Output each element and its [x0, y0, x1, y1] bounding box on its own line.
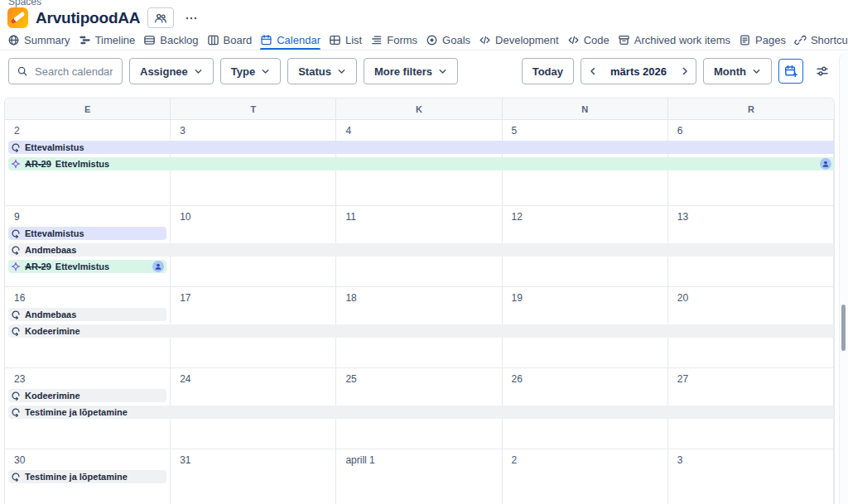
- table-icon: [329, 34, 341, 46]
- sprint-icon: [11, 245, 21, 255]
- event-epic-bar[interactable]: AR-29 Ettevlmistus: [8, 260, 166, 273]
- tab-backlog[interactable]: Backlog: [143, 30, 198, 50]
- day-cell[interactable]: 2: [503, 449, 668, 504]
- more-filters-button[interactable]: More filters: [364, 58, 458, 84]
- event-epic-bar[interactable]: AR-29 Ettevlmistus: [8, 157, 834, 170]
- tab-board[interactable]: Board: [207, 30, 253, 50]
- today-button[interactable]: Today: [522, 58, 574, 84]
- tab-pages[interactable]: Pages: [739, 30, 786, 50]
- day-cell[interactable]: 31: [171, 449, 336, 504]
- event-sprint-bar[interactable]: Testimine ja lõpetamine: [8, 470, 166, 483]
- tab-code[interactable]: Code: [567, 30, 610, 50]
- dow-thursday: N: [503, 98, 668, 119]
- page-title: ArvutipoodAA: [36, 9, 140, 27]
- current-period-label: märts 2026: [604, 65, 673, 78]
- assignee-filter-button[interactable]: Assignee: [129, 58, 214, 84]
- chevron-down-icon: [194, 67, 203, 76]
- calendar-grid: E T K N R 2 3 4 5 6 Ettevalmistus AR-29 …: [4, 98, 835, 504]
- epic-icon: [11, 262, 21, 271]
- week-row: 9 10 11 12 13 Ettevalmistus Andmebaas AR…: [5, 206, 834, 287]
- previous-month-button[interactable]: [581, 59, 604, 84]
- scrollbar-thumb[interactable]: [841, 305, 846, 351]
- sliders-icon: [816, 65, 829, 78]
- tab-development[interactable]: Development: [479, 30, 559, 50]
- view-select-button[interactable]: Month: [703, 58, 772, 84]
- tab-summary[interactable]: Summary: [7, 30, 70, 50]
- board-icon: [207, 34, 219, 46]
- pages-icon: [739, 34, 751, 46]
- dow-wednesday: K: [336, 98, 502, 119]
- people-icon: [154, 12, 167, 25]
- chevron-left-icon: [588, 66, 598, 76]
- search-input[interactable]: [33, 65, 114, 79]
- more-options-button[interactable]: [181, 12, 201, 25]
- epic-icon: [11, 159, 21, 169]
- code-icon: [479, 34, 491, 46]
- week-row: 30 31 aprill 1 2 3 Testimine ja lõpetami…: [5, 449, 834, 504]
- tab-calendar[interactable]: Calendar: [260, 30, 320, 50]
- project-avatar-icon: [7, 7, 28, 28]
- sprint-icon: [11, 407, 21, 417]
- tab-archived-work-items[interactable]: Archived work items: [618, 30, 730, 50]
- tab-goals[interactable]: Goals: [426, 30, 470, 50]
- calendar-view-toggle-button[interactable]: [778, 59, 803, 84]
- chevron-down-icon: [261, 67, 270, 76]
- globe-icon: [7, 34, 20, 46]
- event-sprint-bar[interactable]: Kodeerimine: [8, 324, 834, 338]
- type-filter-button[interactable]: Type: [220, 58, 281, 84]
- sprint-icon: [11, 142, 21, 152]
- week-row: 23 24 25 26 27 Kodeerimine Testimine ja …: [5, 368, 834, 449]
- target-icon: [426, 34, 438, 46]
- sprint-icon: [11, 310, 21, 319]
- teams-button[interactable]: [147, 7, 174, 28]
- code-icon: [567, 34, 580, 46]
- chevron-down-icon: [337, 67, 346, 76]
- day-cell[interactable]: 3: [668, 449, 834, 504]
- search-icon: [17, 65, 28, 77]
- archive-icon: [618, 34, 630, 46]
- search-field[interactable]: [8, 58, 123, 84]
- sprint-icon: [11, 472, 21, 482]
- forms-icon: [370, 34, 383, 46]
- assignee-avatar: [820, 158, 831, 170]
- breadcrumb[interactable]: Spaces: [8, 0, 41, 7]
- ellipsis-icon: [185, 12, 198, 25]
- project-header: ArvutipoodAA: [7, 7, 201, 28]
- status-filter-button[interactable]: Status: [287, 58, 357, 84]
- tab-timeline[interactable]: Timeline: [79, 30, 136, 50]
- view-settings-button[interactable]: [810, 59, 835, 84]
- timeline-icon: [79, 34, 91, 46]
- event-sprint-bar[interactable]: Testimine ja lõpetamine: [8, 406, 834, 419]
- chevron-down-icon: [438, 67, 447, 76]
- day-cell[interactable]: aprill 1: [336, 449, 502, 504]
- scrollbar-track: [839, 53, 848, 504]
- event-sprint-bar[interactable]: Andmebaas: [8, 243, 834, 257]
- assignee-avatar: [152, 261, 164, 272]
- dow-friday: R: [668, 98, 834, 119]
- event-sprint-bar[interactable]: Ettevalmistus: [8, 227, 166, 240]
- link-icon: [794, 34, 807, 46]
- week-row: 16 17 18 19 20 Andmebaas Kodeerimine: [5, 287, 834, 368]
- dow-tuesday: T: [171, 98, 336, 119]
- event-sprint-bar[interactable]: Kodeerimine: [8, 389, 166, 402]
- person-icon: [822, 160, 830, 168]
- chevron-right-icon: [680, 66, 690, 76]
- tab-forms[interactable]: Forms: [370, 30, 417, 50]
- week-row: 2 3 4 5 6 Ettevalmistus AR-29 Ettevlmist…: [5, 120, 834, 206]
- chevron-down-icon: [752, 67, 761, 76]
- sprint-icon: [11, 326, 21, 336]
- calendar-toolbar: Assignee Type Status More filters Today …: [8, 58, 835, 84]
- tab-shortcuts[interactable]: Shortcuts: [794, 30, 848, 50]
- calendar-plus-icon: [784, 65, 797, 78]
- sprint-icon: [11, 228, 21, 238]
- month-navigator: märts 2026: [581, 58, 696, 84]
- person-icon: [154, 262, 162, 271]
- event-sprint-bar[interactable]: Ettevalmistus: [8, 141, 834, 154]
- event-sprint-bar[interactable]: Andmebaas: [8, 308, 166, 321]
- tab-list[interactable]: List: [329, 30, 362, 50]
- dow-monday: E: [5, 98, 171, 119]
- day-of-week-header: E T K N R: [5, 98, 834, 120]
- next-month-button[interactable]: [673, 59, 696, 84]
- backlog-icon: [143, 34, 156, 46]
- project-tabbar: Summary Timeline Backlog Board Calendar …: [0, 30, 848, 50]
